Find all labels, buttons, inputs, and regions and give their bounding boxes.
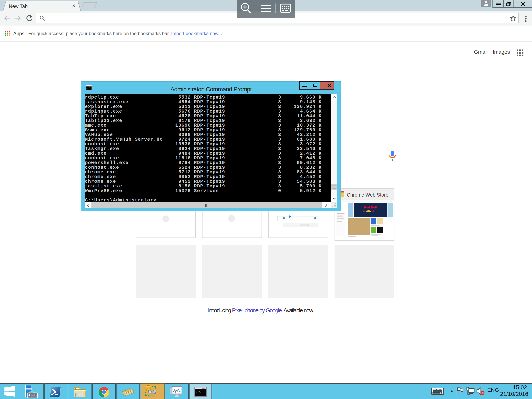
svg-text:C:\_: C:\_ — [196, 391, 203, 394]
svg-text:C:\_: C:\_ — [86, 87, 92, 90]
